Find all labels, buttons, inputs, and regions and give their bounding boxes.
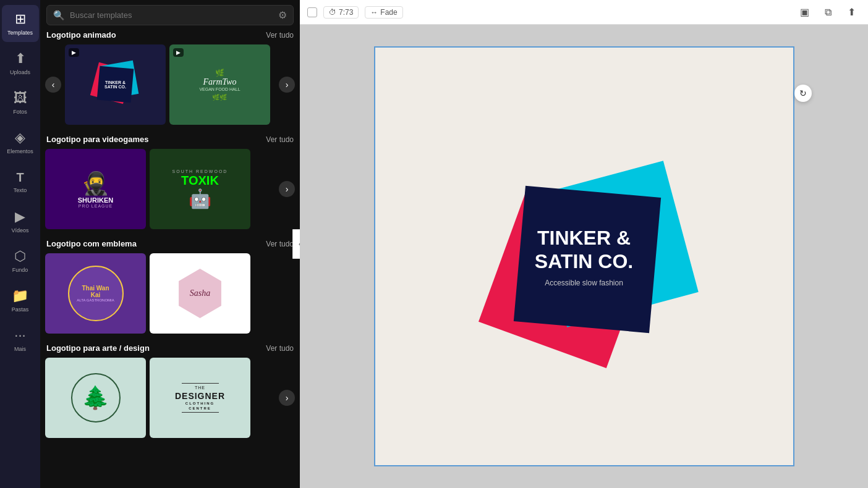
designer-word: DESIGNER [175, 390, 225, 402]
farm-leaf-icon: 🌿 [199, 69, 240, 77]
thumbs-container-emblema: Thai WanKai ALTA GASTRONOMIA Sasha [45, 253, 295, 334]
pastas-icon: 📁 [12, 288, 28, 304]
thumb-inner-sasha: Sasha [150, 253, 250, 334]
mais-icon: ··· [14, 327, 25, 343]
sidebar-nav: ⊞ Templates ⬆ Uploads 🖼 Fotos ◈ Elemento… [0, 0, 40, 488]
sidebar-item-mais[interactable]: ··· Mais [2, 321, 39, 358]
sidebar-item-templates[interactable]: ⊞ Templates [2, 5, 39, 42]
logo-text-group: TINKER &SATIN CO. Accessible slow fashio… [522, 226, 646, 287]
share-btn[interactable]: ⬆ [842, 3, 861, 22]
sidebar-item-videos[interactable]: ▶ Vídeos [2, 203, 39, 240]
logo-sub-text: Accessible slow fashion [522, 278, 646, 287]
tree-circle: 🌲 [71, 373, 121, 423]
thumbs-container-animado: TINKER &SATIN CO. ▶ 🌿 FarmTwo VEGAN FOOD… [65, 44, 275, 125]
top-bar-right: ▣ ⧉ ⬆ [795, 3, 861, 22]
thumb-inner-thai: Thai WanKai ALTA GASTRONOMIA [45, 253, 146, 334]
template-thumb-farm[interactable]: 🌿 FarmTwo VEGAN FOOD HALL 🌿🌿 ▶ [169, 44, 270, 125]
shuriken-content: 🥷 SHURIKEN PRO LEAGUE [78, 170, 113, 208]
toxik-content: SOUTH REDWOOD TOXIK 🤖 [172, 169, 228, 209]
template-thumb-sasha[interactable]: Sasha [150, 253, 250, 334]
des-line-top [182, 383, 219, 384]
thumb-inner-toxik: SOUTH REDWOOD TOXIK 🤖 [150, 149, 250, 229]
thumbnails-row-emblema: Thai WanKai ALTA GASTRONOMIA Sasha [45, 253, 295, 334]
time-badge[interactable]: ⏱ 7:73 [323, 6, 359, 19]
fade-badge[interactable]: ↔ Fade [365, 6, 402, 19]
thai-text: Thai WanKai [82, 285, 109, 298]
sidebar-label-pastas: Pastas [12, 306, 29, 313]
sidebar-item-pastas[interactable]: 📁 Pastas [2, 282, 39, 319]
thumbnails-row-videogames: 🥷 SHURIKEN PRO LEAGUE SOUTH REDWOOD TOXI… [45, 149, 295, 229]
section-videogames: Logotipo para videogames Ver tudo 🥷 SHUR… [45, 135, 295, 229]
next-btn-videogames[interactable]: › [279, 181, 295, 197]
collapse-panel-btn[interactable]: ‹ [292, 229, 300, 259]
share-icon: ⬆ [848, 6, 856, 18]
designer-text: THE DESIGNER CLOTHING CENTRE [175, 385, 225, 411]
search-bar: 🔍 ⚙ [46, 5, 294, 25]
template-thumb-tinker[interactable]: TINKER &SATIN CO. ▶ [65, 44, 166, 125]
play-badge-farm: ▶ [173, 48, 184, 57]
slide-checkbox[interactable] [307, 7, 317, 17]
templates-icon: ⊞ [15, 11, 26, 27]
template-thumb-shuriken[interactable]: 🥷 SHURIKEN PRO LEAGUE [45, 149, 146, 229]
sidebar-item-uploads[interactable]: ⬆ Uploads [2, 44, 39, 82]
search-input[interactable] [70, 11, 273, 20]
thumbs-container-videogames: 🥷 SHURIKEN PRO LEAGUE SOUTH REDWOOD TOXI… [45, 149, 275, 229]
section-logotipo-animado: Logotipo animado Ver tudo ‹ TINKER &SATI… [45, 30, 295, 125]
farm-leaf2-icon: 🌿🌿 [199, 94, 240, 101]
sasha-text: Sasha [190, 288, 210, 298]
toxik-icon: 🤖 [189, 188, 211, 209]
prev-btn-animado[interactable]: ‹ [45, 77, 61, 93]
sidebar-item-label: Templates [7, 30, 33, 36]
texto-icon: T [16, 170, 23, 185]
template-thumb-tree[interactable]: 🌲 [45, 358, 146, 438]
filter-icon[interactable]: ⚙ [278, 9, 287, 21]
see-all-videogames[interactable]: Ver tudo [266, 135, 294, 144]
see-all-emblema[interactable]: Ver tudo [266, 240, 294, 248]
design-canvas[interactable]: TINKER &SATIN CO. Accessible slow fashio… [374, 46, 794, 466]
sidebar-label-uploads: Uploads [10, 69, 30, 75]
fotos-icon: 🖼 [14, 90, 27, 106]
sidebar-label-texto: Texto [14, 187, 27, 193]
fundo-icon: ⬡ [14, 248, 26, 264]
sidebar-item-fundo[interactable]: ⬡ Fundo [2, 242, 39, 279]
farm-content: 🌿 FarmTwo VEGAN FOOD HALL 🌿🌿 [199, 69, 240, 101]
thai-circle: Thai WanKai ALTA GASTRONOMIA [68, 266, 124, 321]
sidebar-label-elementos: Elementos [7, 148, 33, 154]
template-thumb-thai[interactable]: Thai WanKai ALTA GASTRONOMIA [45, 253, 146, 334]
logo-group[interactable]: TINKER &SATIN CO. Accessible slow fashio… [479, 139, 689, 374]
thumb-inner-shuriken: 🥷 SHURIKEN PRO LEAGUE [45, 149, 146, 229]
thai-content: Thai WanKai ALTA GASTRONOMIA [68, 266, 124, 321]
thumbnails-row-animado: ‹ TINKER &SATIN CO. ▶ [45, 44, 295, 125]
sidebar-item-elementos[interactable]: ◈ Elementos [2, 124, 39, 161]
next-btn-arte[interactable]: › [279, 390, 295, 406]
section-title-animado: Logotipo animado [46, 30, 116, 40]
sidebar-item-fotos[interactable]: 🖼 Fotos [2, 84, 39, 121]
section-title-arte: Logotipo para arte / design [46, 343, 150, 353]
thumb-inner-tree: 🌲 [45, 358, 146, 438]
thumb-inner-designer: THE DESIGNER CLOTHING CENTRE [150, 358, 250, 438]
tinker-text-mini: TINKER &SATIN CO. [100, 80, 131, 89]
template-thumb-designer[interactable]: THE DESIGNER CLOTHING CENTRE [150, 358, 250, 438]
toxik-header: SOUTH REDWOOD [172, 169, 228, 174]
frame-btn[interactable]: ▣ [795, 3, 814, 22]
section-header-emblema: Logotipo com emblema Ver tudo [45, 239, 295, 248]
rotate-handle[interactable]: ↻ [794, 85, 812, 102]
shuriken-text: SHURIKEN [78, 196, 113, 204]
toxik-text: TOXIK [181, 174, 219, 188]
thumbnails-row-arte: 🌲 THE DESIGNER [45, 358, 295, 438]
see-all-arte[interactable]: Ver tudo [266, 344, 294, 353]
thumbs-container-arte: 🌲 THE DESIGNER [45, 358, 275, 438]
farm-sub: VEGAN FOOD HALL [199, 87, 240, 91]
template-thumb-toxik[interactable]: SOUTH REDWOOD TOXIK 🤖 [150, 149, 250, 229]
sasha-content: Sasha [176, 269, 225, 318]
next-btn-animado[interactable]: › [279, 77, 295, 93]
canvas-area: ⏱ 7:73 ↔ Fade ▣ ⧉ ⬆ [300, 0, 868, 488]
duplicate-btn[interactable]: ⧉ [819, 3, 837, 22]
clock-icon: ⏱ [329, 8, 336, 17]
tree-icon: 🌲 [82, 385, 109, 411]
search-icon: 🔍 [53, 10, 65, 21]
the-text: THE [175, 385, 225, 390]
sidebar-item-texto[interactable]: T Texto [2, 163, 39, 200]
thumb-inner-tinker: TINKER &SATIN CO. [65, 44, 166, 125]
see-all-animado[interactable]: Ver tudo [266, 31, 294, 40]
